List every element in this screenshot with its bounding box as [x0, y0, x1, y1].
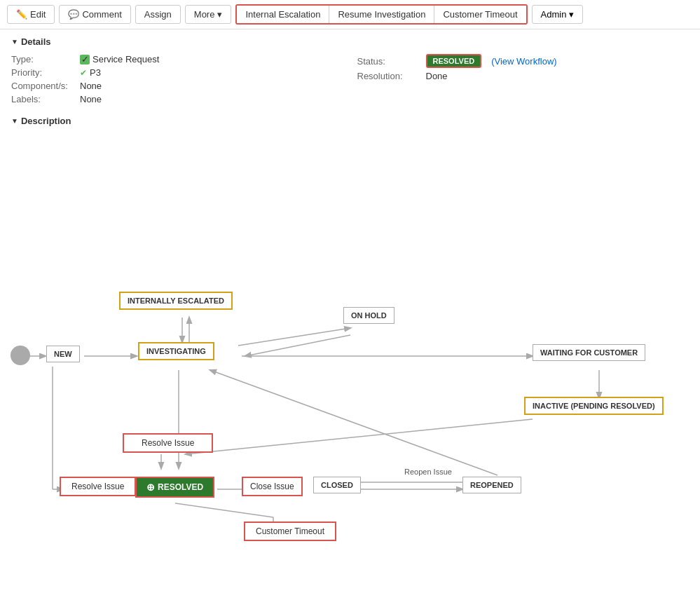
workflow-diagram: NEW INVESTIGATING INTERNALLY ESCALATED O…	[0, 139, 700, 545]
customer-timeout-button[interactable]: Customer Timeout	[434, 6, 526, 23]
inactive-pending-node: INACTIVE (PENDING RESOLVED)	[524, 397, 664, 415]
comment-button[interactable]: 💬 Comment	[59, 5, 130, 24]
resume-investigation-button[interactable]: Resume Investigation	[329, 6, 434, 23]
description-header[interactable]: ▼ Description	[11, 116, 689, 126]
resolve-issue-left-node: Resolve Issue	[60, 477, 136, 496]
details-header[interactable]: ▼ Details	[11, 36, 689, 47]
resolved-node: ⊕ RESOLVED	[135, 477, 214, 498]
priority-icon: ✔	[80, 68, 87, 78]
new-node: NEW	[46, 346, 80, 362]
admin-button[interactable]: Admin ▾	[532, 5, 584, 24]
resolve-issue-top-node: Resolve Issue	[123, 433, 213, 453]
details-section: ▼ Details Type: ✓ Service Request Priori…	[0, 29, 700, 113]
status-row: Status: RESOLVED (View Workflow)	[357, 53, 689, 69]
internal-escalation-button[interactable]: Internal Escalation	[237, 6, 329, 23]
svg-line-4	[238, 328, 350, 346]
admin-chevron-icon: ▾	[569, 9, 574, 20]
customer-timeout-node: Customer Timeout	[244, 521, 336, 541]
svg-line-5	[245, 335, 350, 356]
svg-line-8	[186, 419, 533, 454]
investigating-node: INVESTIGATING	[138, 342, 214, 360]
details-chevron-icon: ▼	[11, 38, 18, 46]
svg-line-16	[175, 503, 273, 517]
resolved-cursor-icon: ⊕	[146, 482, 155, 493]
description-chevron-icon: ▼	[11, 117, 18, 125]
edit-button[interactable]: ✏️ Edit	[7, 5, 55, 24]
priority-row: Priority: ✔ P3	[11, 66, 343, 79]
highlighted-actions: Internal Escalation Resume Investigation…	[235, 4, 527, 25]
labels-row: Labels: None	[11, 93, 343, 106]
resolution-row: Resolution: Done	[357, 69, 689, 83]
more-chevron-icon: ▾	[217, 9, 222, 20]
svg-line-15	[210, 370, 497, 475]
toolbar: ✏️ Edit 💬 Comment Assign More ▾ Internal…	[0, 0, 700, 29]
waiting-for-customer-node: WAITING FOR CUSTOMER	[533, 344, 645, 361]
assign-button[interactable]: Assign	[135, 5, 181, 24]
reopened-node: REOPENED	[462, 477, 521, 493]
closed-node: CLOSED	[313, 477, 361, 493]
components-row: Component/s: None	[11, 79, 343, 93]
start-node	[11, 346, 30, 365]
service-request-icon: ✓	[80, 55, 90, 64]
view-workflow-link[interactable]: (View Workflow)	[491, 56, 556, 67]
status-badge: RESOLVED	[426, 54, 482, 68]
internally-escalated-node: INTERNALLY ESCALATED	[119, 292, 233, 310]
type-row: Type: ✓ Service Request	[11, 53, 343, 66]
description-section: ▼ Description	[0, 113, 700, 139]
comment-icon: 💬	[68, 9, 79, 20]
more-button[interactable]: More ▾	[185, 5, 232, 24]
on-hold-node: ON HOLD	[343, 307, 394, 324]
reopen-issue-label: Reopen Issue	[402, 467, 455, 477]
edit-icon: ✏️	[16, 9, 27, 20]
close-issue-closed-node: Close Issue	[242, 477, 303, 496]
details-grid: Type: ✓ Service Request Priority: ✔ P3 C…	[11, 53, 689, 106]
